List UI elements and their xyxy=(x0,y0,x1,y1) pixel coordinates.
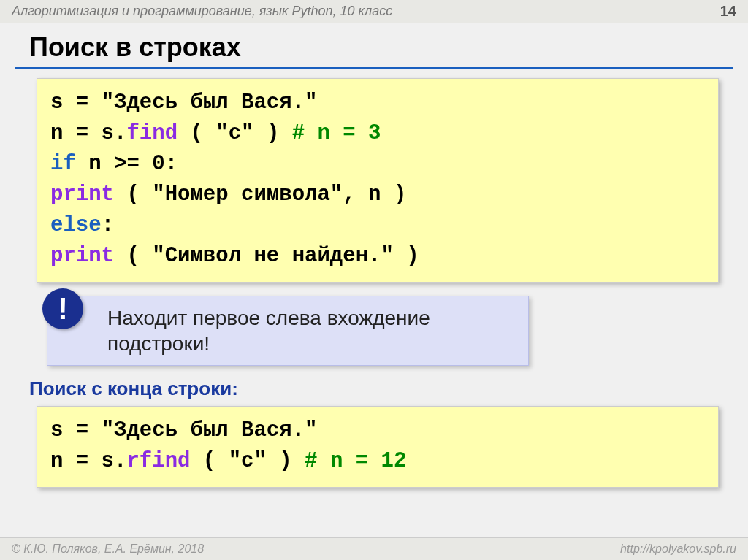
code-line: s = "Здесь был Вася." xyxy=(50,415,705,446)
exclamation-icon: ! xyxy=(42,288,83,329)
callout: ! Находит первое слева вхождение подстро… xyxy=(47,296,719,366)
callout-text: Находит первое слева вхождение подстроки… xyxy=(47,296,529,366)
footer-left: © К.Ю. Поляков, Е.А. Ерёмин, 2018 xyxy=(12,542,204,556)
code-line: s = "Здесь был Вася." xyxy=(50,88,705,118)
title-underline xyxy=(15,67,733,69)
code-block-2: s = "Здесь был Вася." n = s.rfind ( "с" … xyxy=(37,406,719,488)
footer-bar: © К.Ю. Поляков, Е.А. Ерёмин, 2018 http:/… xyxy=(0,537,748,560)
subtitle: Поиск с конца строки: xyxy=(29,377,748,400)
header-title: Алгоритмизация и программирование, язык … xyxy=(12,4,392,19)
code-line: if n >= 0: xyxy=(50,149,705,180)
footer-right: http://kpolyakov.spb.ru xyxy=(620,542,736,556)
slide-title: Поиск в строках xyxy=(29,32,748,63)
page-number: 14 xyxy=(720,3,736,20)
code-line: print ( "Символ не найден." ) xyxy=(50,241,705,272)
code-block-1: s = "Здесь был Вася." n = s.find ( "с" )… xyxy=(37,78,719,283)
code-line: n = s.rfind ( "с" ) # n = 12 xyxy=(50,446,705,477)
code-line: n = s.find ( "с" ) # n = 3 xyxy=(50,118,705,149)
code-line: print ( "Номер символа", n ) xyxy=(50,180,705,210)
code-line: else: xyxy=(50,210,705,241)
header-bar: Алгоритмизация и программирование, язык … xyxy=(0,0,748,23)
